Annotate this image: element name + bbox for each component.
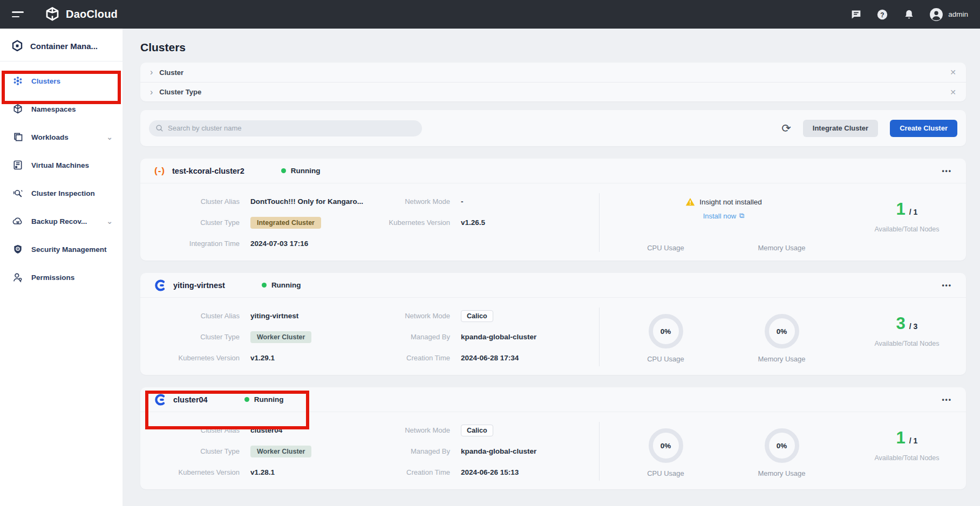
field-label: Cluster Type — [140, 218, 240, 227]
field-label: Network Mode — [367, 426, 450, 434]
memory-usage-label: Memory Usage — [758, 355, 805, 363]
sidebar-item-clusters[interactable]: Clusters — [0, 67, 122, 95]
menu-toggle-icon[interactable] — [12, 11, 25, 17]
field-label: Cluster Type — [140, 333, 240, 341]
cluster-inspection-icon — [12, 188, 23, 199]
managed-by-value: kpanda-global-cluster — [461, 447, 536, 455]
filter-row-cluster[interactable]: › Cluster ✕ — [140, 63, 966, 82]
svg-text:?: ? — [881, 11, 884, 18]
sidebar-item-cluster-inspection[interactable]: Cluster Inspection — [0, 179, 122, 207]
brand-name: DaoCloud — [66, 8, 118, 20]
sidebar-item-permissions[interactable]: Permissions — [0, 263, 122, 291]
nodes-caption: Available/Total Nodes — [875, 454, 940, 462]
more-actions-icon[interactable]: ••• — [942, 282, 952, 289]
cluster-name[interactable]: cluster04 — [173, 395, 208, 404]
sidebar-item-label: Namespaces — [31, 105, 113, 113]
field-label: Creation Time — [367, 468, 450, 476]
status-badge: Running — [262, 281, 301, 289]
clusters-icon — [12, 76, 23, 86]
status-badge: Running — [281, 167, 321, 175]
creation-time-value: 2024-06-28 17:34 — [461, 354, 519, 362]
cluster-alias-value: yiting-virtnest — [250, 312, 298, 320]
refresh-icon[interactable]: ⟳ — [781, 122, 791, 134]
container-management-icon — [11, 39, 24, 52]
external-link-icon: ⧉ — [739, 211, 744, 220]
cluster-card-yiting-virtnest: yiting-virtnest Running ••• Cluster Alia… — [140, 273, 966, 375]
kubernetes-version-value: v1.29.1 — [250, 354, 275, 362]
integrate-cluster-button[interactable]: Integrate Cluster — [803, 120, 878, 137]
sidebar-item-label: Cluster Inspection — [31, 189, 113, 197]
sidebar-item-virtual-machines[interactable]: Virtual Machines — [0, 151, 122, 179]
sidebar-item-label: Backup Recov... — [31, 217, 98, 225]
memory-usage-label: Memory Usage — [741, 244, 822, 252]
sidebar-item-label: Permissions — [31, 273, 113, 282]
sidebar-item-label: Virtual Machines — [31, 161, 113, 169]
network-mode-badge: Calico — [461, 310, 493, 322]
permissions-icon — [12, 272, 23, 283]
filter-label: Cluster Type — [159, 88, 201, 96]
cluster-alias-value: DontTouch!!! Only for Kangaro... — [250, 197, 363, 206]
daocloud-logo-icon — [44, 6, 60, 23]
sidebar-item-backup-recovery[interactable]: Backup Recov... ⌄ — [0, 207, 122, 235]
memory-usage-donut: 0% — [765, 314, 799, 348]
nodes-caption: Available/Total Nodes — [875, 340, 940, 347]
sidebar: Container Mana... Clusters Namespaces Wo… — [0, 29, 122, 506]
integrated-cluster-logo-icon: (-) — [154, 166, 165, 176]
cluster-alias-value: cluster04 — [250, 426, 282, 434]
status-dot-icon — [244, 397, 249, 402]
sidebar-item-namespaces[interactable]: Namespaces — [0, 95, 122, 123]
chevron-down-icon: ⌄ — [106, 217, 113, 225]
close-icon[interactable]: ✕ — [950, 88, 956, 97]
module-title: Container Mana... — [30, 42, 98, 51]
help-icon[interactable]: ? — [876, 9, 888, 20]
sidebar-item-label: Clusters — [31, 77, 113, 85]
cluster-name[interactable]: yiting-virtnest — [173, 281, 225, 290]
chevron-down-icon: ⌄ — [106, 133, 113, 141]
field-label: Managed By — [367, 447, 450, 455]
more-actions-icon[interactable]: ••• — [942, 396, 952, 404]
total-nodes-count: / 3 — [909, 322, 918, 331]
chevron-right-icon: › — [150, 88, 153, 97]
filter-panel: › Cluster ✕ › Cluster Type ✕ — [140, 63, 966, 101]
insight-warning-text: Insight not installed — [699, 198, 762, 206]
managed-by-value: kpanda-global-cluster — [461, 333, 536, 341]
cpu-usage-donut: 0% — [649, 314, 683, 348]
messages-icon[interactable] — [850, 9, 862, 20]
total-nodes-count: / 1 — [909, 436, 918, 445]
cluster-name[interactable]: test-kcoral-cluster2 — [172, 167, 244, 175]
memory-usage-label: Memory Usage — [758, 469, 805, 477]
field-label: Cluster Alias — [140, 312, 240, 320]
network-mode-value: - — [461, 197, 464, 206]
cluster-card-test-kcoral-cluster2: (-) test-kcoral-cluster2 Running ••• Clu… — [140, 159, 966, 261]
status-dot-icon — [262, 283, 267, 288]
main-content: Clusters › Cluster ✕ › Cluster Type ✕ — [122, 29, 980, 506]
nodes-caption: Available/Total Nodes — [875, 225, 940, 233]
namespaces-icon — [12, 104, 23, 114]
virtual-machines-icon — [12, 160, 23, 170]
module-switcher[interactable]: Container Mana... — [0, 29, 122, 61]
sidebar-nav: Clusters Namespaces Workloads ⌄ Virtual — [0, 61, 122, 291]
sidebar-item-workloads[interactable]: Workloads ⌄ — [0, 123, 122, 151]
search-input[interactable] — [168, 124, 416, 132]
more-actions-icon[interactable]: ••• — [942, 167, 952, 175]
cpu-usage-label: CPU Usage — [625, 244, 706, 252]
close-icon[interactable]: ✕ — [950, 68, 956, 77]
notifications-bell-icon[interactable] — [903, 9, 915, 20]
status-badge: Running — [244, 395, 284, 404]
filter-label: Cluster — [159, 69, 183, 77]
worker-cluster-logo-icon — [154, 279, 166, 291]
cpu-usage-label: CPU Usage — [647, 355, 684, 363]
integration-time-value: 2024-07-03 17:16 — [250, 240, 308, 248]
available-nodes-count: 1 — [896, 200, 906, 219]
create-cluster-button[interactable]: Create Cluster — [890, 120, 957, 137]
kubernetes-version-value: v1.26.5 — [461, 218, 485, 227]
sidebar-item-security-management[interactable]: Security Management — [0, 235, 122, 263]
sidebar-item-label: Security Management — [31, 245, 113, 254]
field-label: Kubernetes Version — [140, 354, 240, 362]
install-now-link[interactable]: Install now ⧉ — [703, 211, 745, 220]
brand: DaoCloud — [44, 6, 118, 23]
search-icon — [155, 124, 164, 132]
filter-row-cluster-type[interactable]: › Cluster Type ✕ — [140, 82, 966, 101]
search-box[interactable] — [149, 120, 422, 136]
user-menu[interactable]: admin — [929, 8, 968, 22]
